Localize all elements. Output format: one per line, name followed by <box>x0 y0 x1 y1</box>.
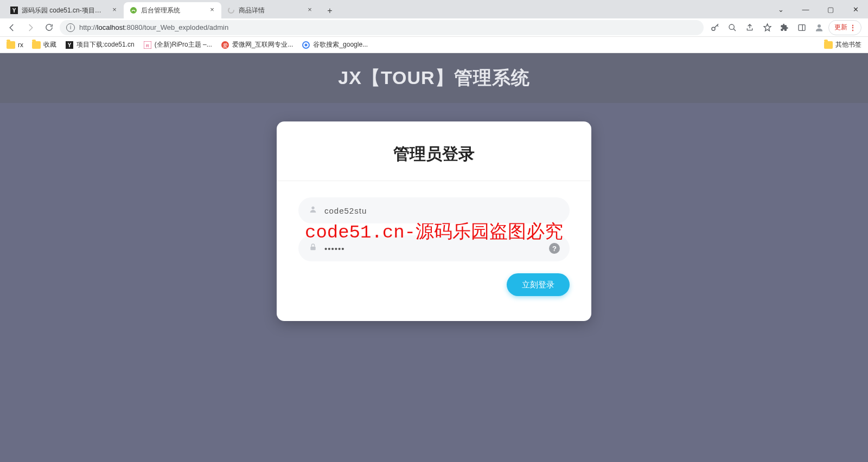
page-title: JX【TOUR】管理系统 <box>338 66 529 91</box>
svg-text:Y: Y <box>12 8 16 14</box>
username-field[interactable] <box>298 197 570 223</box>
zoom-icon[interactable] <box>724 20 741 35</box>
page-header: JX【TOUR】管理系统 <box>0 53 868 103</box>
svg-text:Y: Y <box>68 42 72 48</box>
svg-point-3 <box>712 27 715 30</box>
bookmark-item[interactable]: 收藏 <box>32 40 56 49</box>
bookmark-item[interactable]: rx <box>7 41 23 49</box>
bookmark-item[interactable]: Y项目下载:code51.cn <box>65 40 135 49</box>
bookmark-item[interactable]: 爱爱微网_互联网专业... <box>221 40 293 49</box>
password-field[interactable]: ? <box>298 235 570 261</box>
profile-icon[interactable] <box>811 20 827 35</box>
window-maximize-icon[interactable]: ▢ <box>818 0 843 18</box>
new-tab-button[interactable]: + <box>322 3 337 18</box>
tab-title: 商品详情 <box>239 6 303 15</box>
svg-text:爱: 爱 <box>222 43 227 48</box>
site-icon: R <box>143 41 152 49</box>
menu-dots-icon: ⋮ <box>850 24 856 31</box>
url-text: http://localhost:8080/tour_Web_exploded/… <box>79 23 228 31</box>
tab-favicon: Y <box>10 6 18 15</box>
password-input[interactable] <box>324 244 542 253</box>
help-icon[interactable]: ? <box>549 243 560 254</box>
bookmark-star-icon[interactable] <box>759 20 775 35</box>
lock-icon <box>308 243 318 254</box>
close-icon[interactable]: × <box>111 7 118 14</box>
extensions-icon[interactable] <box>776 20 793 35</box>
browser-tab-active[interactable]: 后台管理系统 × <box>124 2 221 18</box>
login-title: 管理员登录 <box>298 143 570 165</box>
user-icon <box>308 205 318 216</box>
browser-tab-bar: Y 源码乐园 code51.cn-项目论文代 × 后台管理系统 × 商品详情 ×… <box>0 0 868 18</box>
password-key-icon[interactable] <box>707 20 723 35</box>
site-icon: 爱 <box>221 41 229 49</box>
nav-back-button[interactable] <box>4 20 20 35</box>
browser-tab[interactable]: 商品详情 × <box>221 2 319 18</box>
nav-reload-button[interactable] <box>41 20 56 35</box>
bookmark-item[interactable]: 谷歌搜索_google... <box>302 40 368 49</box>
folder-icon <box>7 41 15 49</box>
svg-point-4 <box>729 24 734 29</box>
other-bookmarks[interactable]: 其他书签 <box>824 40 861 49</box>
svg-point-16 <box>311 207 314 209</box>
svg-point-2 <box>228 8 234 13</box>
login-submit-button[interactable]: 立刻登录 <box>507 273 570 296</box>
window-dropdown-icon[interactable]: ⌄ <box>768 0 793 18</box>
svg-point-15 <box>305 43 308 46</box>
close-icon[interactable]: × <box>306 7 314 14</box>
svg-rect-17 <box>310 247 315 251</box>
update-label: 更新 <box>834 23 847 32</box>
nav-forward-button[interactable] <box>23 20 38 35</box>
bookmarks-bar: rx 收藏 Y项目下载:code51.cn R(全新)RiPro主题 –... … <box>0 37 868 53</box>
site-icon: Y <box>65 41 74 49</box>
address-bar: i http://localhost:8080/tour_Web_explode… <box>0 18 868 37</box>
svg-point-7 <box>818 24 821 28</box>
login-card: 管理员登录 ? 立刻登录 <box>277 121 591 321</box>
sidepanel-icon[interactable] <box>794 20 810 35</box>
close-icon[interactable]: × <box>208 7 216 14</box>
window-controls: ⌄ — ▢ ✕ <box>768 0 868 18</box>
window-close-icon[interactable]: ✕ <box>843 0 868 18</box>
svg-rect-5 <box>799 24 805 30</box>
svg-text:R: R <box>146 43 149 48</box>
window-minimize-icon[interactable]: — <box>793 0 818 18</box>
page-viewport: JX【TOUR】管理系统 管理员登录 ? 立刻登录 code51 <box>0 53 868 462</box>
share-icon[interactable] <box>742 20 758 35</box>
folder-icon <box>32 41 41 49</box>
browser-tab[interactable]: Y 源码乐园 code51.cn-项目论文代 × <box>4 2 124 18</box>
site-info-icon[interactable]: i <box>66 23 75 32</box>
username-input[interactable] <box>324 206 560 215</box>
divider <box>277 181 591 181</box>
tab-favicon <box>129 6 138 15</box>
tab-favicon-loading <box>227 6 235 15</box>
tab-title: 后台管理系统 <box>141 6 205 15</box>
update-button[interactable]: 更新 ⋮ <box>828 20 861 35</box>
bookmark-item[interactable]: R(全新)RiPro主题 –... <box>143 40 212 49</box>
site-icon <box>302 41 310 49</box>
tab-title: 源码乐园 code51.cn-项目论文代 <box>22 6 107 15</box>
url-input[interactable]: i http://localhost:8080/tour_Web_explode… <box>60 20 704 35</box>
folder-icon <box>824 41 833 49</box>
